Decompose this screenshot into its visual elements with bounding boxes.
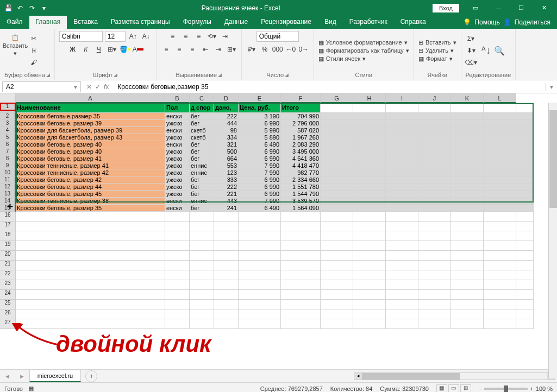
- increase-decimal-icon[interactable]: ←0: [285, 44, 296, 55]
- cell[interactable]: 222: [214, 184, 239, 191]
- align-left-icon[interactable]: ≡: [161, 44, 172, 55]
- clear-icon[interactable]: ⌫▾: [466, 57, 477, 68]
- column-header[interactable]: E: [239, 93, 281, 103]
- cell[interactable]: [451, 103, 484, 113]
- cell[interactable]: [451, 270, 484, 280]
- cell[interactable]: [321, 141, 353, 148]
- cell[interactable]: [484, 261, 516, 270]
- cell[interactable]: [281, 290, 321, 300]
- row-header[interactable]: 5: [0, 134, 16, 141]
- cell[interactable]: [516, 198, 534, 205]
- cell[interactable]: 98: [214, 127, 239, 134]
- row-header[interactable]: 2: [0, 113, 16, 120]
- cell[interactable]: [321, 169, 353, 176]
- cell[interactable]: [451, 309, 484, 319]
- cell[interactable]: [386, 205, 418, 212]
- cell[interactable]: [321, 155, 353, 162]
- cell[interactable]: [418, 319, 451, 329]
- cell[interactable]: 444: [214, 120, 239, 127]
- cell[interactable]: Кроссовки беговые, размер 41: [16, 155, 165, 162]
- align-center-icon[interactable]: ≡: [174, 44, 185, 55]
- sort-filter-icon[interactable]: ᴬ↓: [481, 45, 492, 56]
- cell[interactable]: [165, 280, 190, 290]
- zoom-slider[interactable]: [484, 388, 528, 390]
- cell[interactable]: 333: [214, 176, 239, 184]
- cell[interactable]: [214, 319, 239, 329]
- enter-formula-icon[interactable]: ✓: [95, 83, 101, 91]
- row-header[interactable]: 7: [0, 148, 16, 155]
- cell[interactable]: [214, 280, 239, 290]
- row-header[interactable]: 20: [0, 251, 16, 261]
- cell[interactable]: енски: [165, 127, 190, 134]
- cell[interactable]: [321, 184, 353, 191]
- cell[interactable]: 3 539 570: [281, 198, 321, 205]
- cell[interactable]: еннис: [190, 198, 214, 205]
- cell[interactable]: [386, 270, 418, 280]
- cell[interactable]: 221: [214, 191, 239, 198]
- cell[interactable]: [484, 191, 516, 198]
- cell[interactable]: 123: [214, 169, 239, 176]
- cell[interactable]: [386, 113, 418, 120]
- cell[interactable]: [16, 290, 165, 300]
- cell[interactable]: [321, 127, 353, 134]
- column-header[interactable]: H: [353, 93, 386, 103]
- row-header[interactable]: 25: [0, 300, 16, 309]
- cell[interactable]: [484, 309, 516, 319]
- tab-справка[interactable]: Справка: [394, 16, 433, 29]
- cell[interactable]: [484, 103, 516, 113]
- decrease-decimal-icon[interactable]: 0→: [298, 44, 309, 55]
- font-color-button[interactable]: A: [133, 44, 143, 55]
- column-header[interactable]: L: [484, 93, 516, 103]
- cell[interactable]: [451, 300, 484, 309]
- row-header[interactable]: 17: [0, 222, 16, 231]
- cell[interactable]: [418, 251, 451, 261]
- page-layout-view-icon[interactable]: ▭: [448, 384, 459, 393]
- cell[interactable]: [321, 280, 353, 290]
- cell[interactable]: 3 190: [239, 113, 281, 120]
- cell[interactable]: Кроссовки беговые, размер 39: [16, 120, 165, 127]
- cell[interactable]: [165, 212, 190, 222]
- align-bottom-icon[interactable]: ≡: [193, 31, 204, 42]
- cell[interactable]: [418, 141, 451, 148]
- orientation-icon[interactable]: ⟲▾: [206, 31, 217, 42]
- cell[interactable]: 3 495 000: [281, 148, 321, 155]
- cell[interactable]: [239, 300, 281, 309]
- cell[interactable]: [484, 176, 516, 184]
- cell[interactable]: [214, 222, 239, 231]
- cut-icon[interactable]: ✂: [28, 33, 39, 44]
- select-all-corner[interactable]: [0, 93, 16, 103]
- row-header[interactable]: 27: [0, 319, 16, 329]
- format-cells-button[interactable]: ▦Формат▾: [418, 55, 456, 62]
- tab-главная[interactable]: Главная: [29, 16, 67, 29]
- tab-вид[interactable]: Вид: [318, 16, 343, 29]
- row-header[interactable]: 23: [0, 280, 16, 290]
- cell[interactable]: енски: [165, 113, 190, 120]
- cancel-formula-icon[interactable]: ✕: [86, 83, 92, 91]
- cell[interactable]: 6 990: [239, 148, 281, 155]
- cell[interactable]: [451, 319, 484, 329]
- row-header[interactable]: 16: [0, 212, 16, 222]
- cell[interactable]: [239, 280, 281, 290]
- cell[interactable]: [516, 169, 534, 176]
- cell[interactable]: бег: [190, 155, 214, 162]
- cell[interactable]: ужско: [165, 176, 190, 184]
- zoom-level[interactable]: 100 %: [536, 385, 553, 392]
- cell[interactable]: [386, 309, 418, 319]
- cell[interactable]: [516, 134, 534, 141]
- row-header[interactable]: 10: [0, 169, 16, 176]
- spreadsheet-grid[interactable]: ABCDEFGHIJKL 123456789101112131415161718…: [0, 93, 557, 369]
- cell[interactable]: [386, 127, 418, 134]
- cell[interactable]: 553: [214, 162, 239, 169]
- cell[interactable]: ужско: [165, 148, 190, 155]
- login-button[interactable]: Вход: [433, 4, 459, 12]
- cell[interactable]: [353, 231, 386, 241]
- currency-icon[interactable]: ₽▾: [246, 44, 257, 55]
- cell[interactable]: [451, 134, 484, 141]
- cell[interactable]: еннис: [190, 162, 214, 169]
- chevron-down-icon[interactable]: ▾: [74, 83, 77, 91]
- cell[interactable]: [239, 212, 281, 222]
- cell[interactable]: [516, 113, 534, 120]
- cell[interactable]: [353, 155, 386, 162]
- cell[interactable]: [321, 261, 353, 270]
- cell[interactable]: [190, 290, 214, 300]
